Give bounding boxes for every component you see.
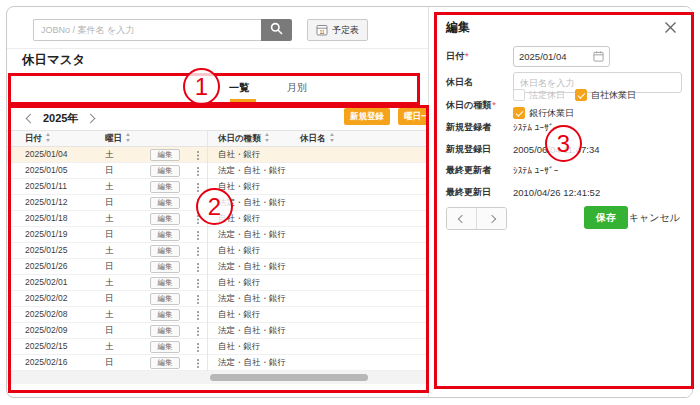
row-edit-button[interactable]: 編集 bbox=[150, 293, 180, 305]
prev-record-button[interactable] bbox=[447, 208, 476, 229]
date-input[interactable]: 2025/01/04 bbox=[513, 46, 610, 67]
column-header-holiday-type[interactable]: 休日の種類 bbox=[218, 131, 271, 146]
row-edit-button[interactable]: 編集 bbox=[150, 229, 180, 241]
kebab-menu-icon[interactable] bbox=[197, 183, 200, 193]
checkbox-box-icon bbox=[575, 89, 587, 101]
table-row[interactable]: 2025/02/08土編集自社・銀行 bbox=[7, 307, 428, 323]
kebab-menu-icon[interactable] bbox=[197, 343, 200, 353]
table-row[interactable]: 2025/01/05日編集法定・自社・銀行 bbox=[7, 163, 428, 179]
new-registration-button[interactable]: 新規登録 bbox=[344, 108, 390, 125]
app-window: 11 予定表 休日マスタ 一覧 月別 2025年 新規登録 曜日一括登録 日付 bbox=[6, 6, 693, 398]
row-edit-button[interactable]: 編集 bbox=[150, 309, 180, 321]
tab-monthly[interactable]: 月別 bbox=[287, 81, 307, 95]
kebab-menu-icon[interactable] bbox=[197, 263, 200, 273]
next-year-icon[interactable] bbox=[86, 113, 96, 123]
table-row[interactable]: 2025/01/19日編集法定・自社・銀行 bbox=[7, 227, 428, 243]
cell-holiday-type: 法定・自社・銀行 bbox=[218, 227, 286, 242]
table-row[interactable]: 2025/02/16日編集法定・自社・銀行 bbox=[7, 355, 428, 371]
horizontal-scrollbar-thumb[interactable] bbox=[210, 374, 368, 381]
weekday-batch-button[interactable]: 曜日一括登録 bbox=[398, 108, 428, 125]
cancel-button[interactable]: キャンセル bbox=[629, 211, 680, 225]
row-edit-button[interactable]: 編集 bbox=[150, 261, 180, 273]
checkbox-bank-holiday[interactable]: 銀行休業日 bbox=[513, 107, 574, 120]
kebab-menu-icon[interactable] bbox=[197, 311, 200, 321]
schedule-button[interactable]: 11 予定表 bbox=[307, 19, 368, 41]
cell-date: 2025/01/19 bbox=[25, 227, 68, 242]
column-header-date-label: 日付 bbox=[25, 133, 42, 143]
tab-list[interactable]: 一覧 bbox=[229, 81, 249, 95]
table-row[interactable]: 2025/02/01土編集自社・銀行 bbox=[7, 275, 428, 291]
cell-holiday-type: 自社・銀行 bbox=[218, 211, 261, 226]
record-pagination bbox=[446, 207, 507, 230]
kebab-menu-icon[interactable] bbox=[197, 295, 200, 305]
table-header: 日付 曜日 休日の種類 休日名 bbox=[7, 130, 428, 147]
cell-holiday-type: 自社・銀行 bbox=[218, 179, 261, 194]
kebab-menu-icon[interactable] bbox=[197, 167, 200, 177]
search-input[interactable] bbox=[33, 19, 261, 41]
table-row[interactable]: 2025/01/18土編集自社・銀行 bbox=[7, 211, 428, 227]
kebab-menu-icon[interactable] bbox=[197, 327, 200, 337]
row-edit-button[interactable]: 編集 bbox=[150, 357, 180, 369]
cell-date: 2025/01/26 bbox=[25, 259, 68, 274]
row-edit-button[interactable]: 編集 bbox=[150, 197, 180, 209]
kebab-menu-icon[interactable] bbox=[197, 279, 200, 289]
table-row[interactable]: 2025/01/26日編集法定・自社・銀行 bbox=[7, 259, 428, 275]
updated-by-label: 最終更新者 bbox=[446, 164, 513, 177]
tab-monthly-label: 月別 bbox=[287, 82, 307, 93]
table-row[interactable]: 2025/02/15土編集自社・銀行 bbox=[7, 339, 428, 355]
row-edit-button[interactable]: 編集 bbox=[150, 181, 180, 193]
checkbox-legal-holiday[interactable]: 法定休日 bbox=[513, 89, 565, 102]
row-edit-button[interactable]: 編集 bbox=[150, 325, 180, 337]
table-row[interactable]: 2025/02/02日編集法定・自社・銀行 bbox=[7, 291, 428, 307]
kebab-menu-icon[interactable] bbox=[197, 231, 200, 241]
checkbox-company-holiday[interactable]: 自社休業日 bbox=[575, 89, 636, 102]
sort-icon bbox=[125, 133, 132, 142]
holiday-type-row: 休日の種類* 法定休日自社休業日銀行休業日 bbox=[446, 98, 682, 112]
cell-holiday-type: 法定・自社・銀行 bbox=[218, 323, 286, 338]
calendar-icon[interactable] bbox=[593, 51, 604, 62]
kebab-menu-icon[interactable] bbox=[197, 151, 200, 161]
row-edit-button[interactable]: 編集 bbox=[150, 245, 180, 257]
row-edit-button[interactable]: 編集 bbox=[150, 213, 180, 225]
column-header-date[interactable]: 日付 bbox=[25, 131, 52, 146]
chevron-right-icon bbox=[487, 214, 495, 222]
top-search-bar: 11 予定表 bbox=[7, 7, 428, 49]
close-icon[interactable] bbox=[664, 20, 677, 33]
column-header-holiday-name[interactable]: 休日名 bbox=[300, 131, 336, 146]
cell-date: 2025/01/25 bbox=[25, 243, 68, 258]
table-row[interactable]: 2025/02/09日編集法定・自社・銀行 bbox=[7, 323, 428, 339]
table-row[interactable]: 2025/01/11土編集自社・銀行 bbox=[7, 179, 428, 195]
search-button[interactable] bbox=[261, 19, 292, 41]
prev-year-icon[interactable] bbox=[26, 113, 36, 123]
column-header-weekday[interactable]: 曜日 bbox=[105, 131, 132, 146]
horizontal-scrollbar-track[interactable] bbox=[7, 371, 428, 384]
updated-at-row: 最終更新日 2010/04/26 12:41:52 bbox=[446, 186, 682, 199]
cell-date: 2025/02/02 bbox=[25, 291, 68, 306]
date-field-label: 日付* bbox=[446, 50, 513, 63]
cell-date: 2025/02/15 bbox=[25, 339, 68, 354]
table-row[interactable]: 2025/01/04土編集自社・銀行 bbox=[7, 147, 428, 163]
date-input-value: 2025/01/04 bbox=[519, 51, 567, 62]
row-edit-button[interactable]: 編集 bbox=[150, 277, 180, 289]
kebab-menu-icon[interactable] bbox=[197, 215, 200, 225]
kebab-menu-icon[interactable] bbox=[197, 199, 200, 209]
updated-at-label: 最終更新日 bbox=[446, 186, 513, 199]
checkbox-label: 法定休日 bbox=[529, 89, 565, 102]
kebab-menu-icon[interactable] bbox=[197, 359, 200, 369]
created-by-value: ｼｽﾃﾑ ﾕｰｻﾞｰ bbox=[513, 122, 558, 133]
svg-text:11: 11 bbox=[319, 29, 324, 35]
row-edit-button[interactable]: 編集 bbox=[150, 149, 180, 161]
created-at-label: 新規登録日 bbox=[446, 143, 513, 156]
edit-panel: 編集 日付* 2025/01/04 bbox=[428, 7, 692, 397]
cell-date: 2025/02/16 bbox=[25, 355, 68, 370]
required-mark: * bbox=[492, 100, 496, 110]
table-row[interactable]: 2025/01/12日編集法定・自社・銀行 bbox=[7, 195, 428, 211]
row-edit-button[interactable]: 編集 bbox=[150, 165, 180, 177]
save-button[interactable]: 保存 bbox=[584, 206, 628, 229]
row-edit-button[interactable]: 編集 bbox=[150, 341, 180, 353]
updated-by-row: 最終更新者 ｼｽﾃﾑ ﾕｰｻﾞｰ bbox=[446, 164, 682, 177]
table-row[interactable]: 2025/01/25土編集自社・銀行 bbox=[7, 243, 428, 259]
sort-icon bbox=[329, 133, 336, 142]
kebab-menu-icon[interactable] bbox=[197, 247, 200, 257]
next-record-button[interactable] bbox=[476, 208, 506, 229]
